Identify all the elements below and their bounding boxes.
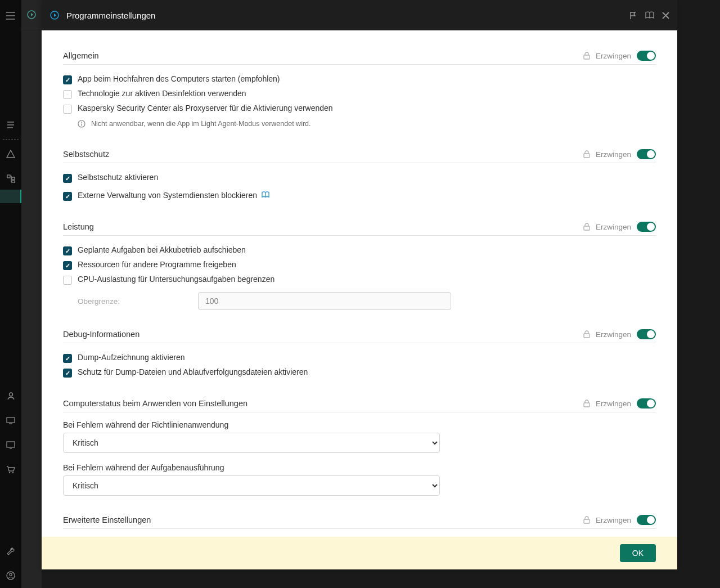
checkbox-label: Schutz für Dump-Dateien und Ablaufverfol… xyxy=(78,367,308,376)
svg-point-3 xyxy=(9,393,12,396)
checkbox-row[interactable]: Externe Verwaltung von Systemdiensten bl… xyxy=(63,189,656,203)
checkbox-label: App beim Hochfahren des Computers starte… xyxy=(78,74,280,83)
checkbox-row[interactable]: Ressourcen für andere Programme freigebe… xyxy=(63,258,656,272)
policy-error-select[interactable]: Kritisch xyxy=(63,433,440,453)
cart-icon[interactable] xyxy=(0,457,21,482)
checkbox-icon[interactable] xyxy=(63,246,72,255)
device-icon[interactable] xyxy=(0,408,21,433)
checkbox-label: CPU-Auslastung für Untersuchungsaufgaben… xyxy=(78,275,274,284)
checkbox-icon[interactable] xyxy=(63,174,72,183)
svg-point-6 xyxy=(9,472,10,473)
checkbox-label: Ressourcen für andere Programme freigebe… xyxy=(78,260,236,269)
checkbox-icon[interactable] xyxy=(63,192,72,201)
checkbox-row[interactable]: App beim Hochfahren des Computers starte… xyxy=(63,73,656,86)
svg-rect-4 xyxy=(7,418,15,423)
checkbox-icon[interactable] xyxy=(63,75,72,84)
enforce-label: Erzwingen xyxy=(596,330,631,339)
svg-rect-12 xyxy=(584,55,590,59)
enforce-label: Erzwingen xyxy=(596,400,631,408)
enforce-label: Erzwingen xyxy=(596,52,631,60)
svg-rect-1 xyxy=(12,177,15,179)
checkbox-row[interactable]: CPU-Auslastung für Untersuchungsaufgaben… xyxy=(63,273,656,286)
svg-rect-15 xyxy=(584,154,590,158)
section-advanced: Erweiterte Einstellungen Erzwingen xyxy=(63,515,656,529)
lock-icon xyxy=(583,223,590,231)
alert-icon[interactable] xyxy=(0,141,21,166)
hamburger-icon[interactable] xyxy=(0,3,21,28)
section-title: Leistung xyxy=(63,222,583,231)
checkbox-icon[interactable] xyxy=(63,90,72,99)
enforce-toggle[interactable] xyxy=(637,398,656,409)
checkbox-label: Selbstschutz aktivieren xyxy=(78,173,158,182)
checkbox-row[interactable]: Geplante Aufgaben bei Akkubetrieb aufsch… xyxy=(63,244,656,257)
checkbox-icon[interactable] xyxy=(63,261,72,270)
help-book-icon[interactable] xyxy=(645,11,654,19)
checkbox-icon[interactable] xyxy=(63,369,72,378)
enforce-toggle[interactable] xyxy=(637,51,656,61)
section-title: Debug-Informationen xyxy=(63,330,583,339)
svg-rect-16 xyxy=(584,226,590,230)
modal-footer: OK xyxy=(42,537,677,569)
svg-point-14 xyxy=(81,122,82,123)
svg-rect-18 xyxy=(584,403,590,407)
enforce-toggle[interactable] xyxy=(637,222,656,232)
settings-content: Allgemein Erzwingen App beim Hochfahren … xyxy=(42,30,677,569)
checkbox-label: Dump-Aufzeichnung aktivieren xyxy=(78,353,185,362)
checkbox-row[interactable]: Dump-Aufzeichnung aktivieren xyxy=(63,351,656,365)
checkbox-label: Technologie zur aktiven Desinfektion ver… xyxy=(78,89,246,98)
wrench-icon[interactable] xyxy=(0,538,21,563)
svg-rect-17 xyxy=(584,334,590,338)
enforce-toggle[interactable] xyxy=(637,329,656,339)
select-label: Bei Fehlern während der Richtlinienanwen… xyxy=(63,420,656,429)
settings-title-icon xyxy=(50,10,60,20)
checkbox-label: Externe Verwaltung von Systemdiensten bl… xyxy=(78,191,269,200)
flag-icon[interactable] xyxy=(629,11,637,20)
enforce-label: Erzwingen xyxy=(596,150,631,159)
checkbox-label: Geplante Aufgaben bei Akkubetrieb aufsch… xyxy=(78,245,246,254)
user-icon[interactable] xyxy=(0,383,21,408)
book-icon[interactable] xyxy=(259,191,269,200)
secondary-toolbar-icon[interactable] xyxy=(21,0,42,29)
checkbox-icon[interactable] xyxy=(63,276,72,285)
lock-icon xyxy=(583,400,590,407)
sidebar-active-item[interactable] xyxy=(0,190,21,203)
ok-button[interactable]: OK xyxy=(620,544,656,562)
enforce-label: Erzwingen xyxy=(596,516,631,524)
upper-limit-input[interactable] xyxy=(198,292,451,310)
svg-point-7 xyxy=(12,472,14,473)
svg-rect-0 xyxy=(7,175,10,178)
enforce-label: Erzwingen xyxy=(596,223,631,231)
secondary-panel xyxy=(21,0,42,588)
svg-rect-5 xyxy=(7,442,15,447)
section-general: Allgemein Erzwingen App beim Hochfahren … xyxy=(63,51,656,130)
tree-icon[interactable] xyxy=(0,166,21,191)
lock-icon xyxy=(583,516,590,524)
monitor-icon[interactable] xyxy=(0,433,21,457)
svg-rect-2 xyxy=(12,181,15,183)
svg-point-9 xyxy=(10,573,12,576)
info-text: Nicht anwendbar, wenn die App im Light A… xyxy=(91,120,311,128)
account-icon[interactable] xyxy=(0,563,21,588)
left-sidebar xyxy=(0,0,21,588)
section-debug: Debug-Informationen Erzwingen Dump-Aufze… xyxy=(63,329,656,379)
svg-rect-19 xyxy=(584,519,590,523)
checkbox-row[interactable]: Schutz für Dump-Dateien und Ablaufverfol… xyxy=(63,366,656,379)
info-icon xyxy=(78,120,86,128)
enforce-toggle[interactable] xyxy=(637,515,656,525)
checkbox-row[interactable]: Kaspersky Security Center als Proxyserve… xyxy=(63,102,656,115)
enforce-toggle[interactable] xyxy=(637,149,656,159)
settings-modal: Programmeinstellungen Allgemein xyxy=(42,0,677,569)
section-title: Computerstatus beim Anwenden von Einstel… xyxy=(63,399,583,408)
checkbox-icon[interactable] xyxy=(63,105,72,114)
select-label: Bei Fehlern während der Aufgabenausführu… xyxy=(63,463,656,472)
checkbox-row[interactable]: Selbstschutz aktivieren xyxy=(63,171,656,185)
section-computer-status: Computerstatus beim Anwenden von Einstel… xyxy=(63,398,656,496)
checkbox-row[interactable]: Technologie zur aktiven Desinfektion ver… xyxy=(63,87,656,101)
lock-icon xyxy=(583,52,590,60)
checkbox-icon[interactable] xyxy=(63,354,72,363)
close-icon[interactable] xyxy=(662,12,669,19)
section-performance: Leistung Erzwingen Geplante Aufgaben bei… xyxy=(63,222,656,310)
modal-header: Programmeinstellungen xyxy=(42,0,677,30)
task-error-select[interactable]: Kritisch xyxy=(63,475,440,496)
list-icon[interactable] xyxy=(0,113,21,137)
